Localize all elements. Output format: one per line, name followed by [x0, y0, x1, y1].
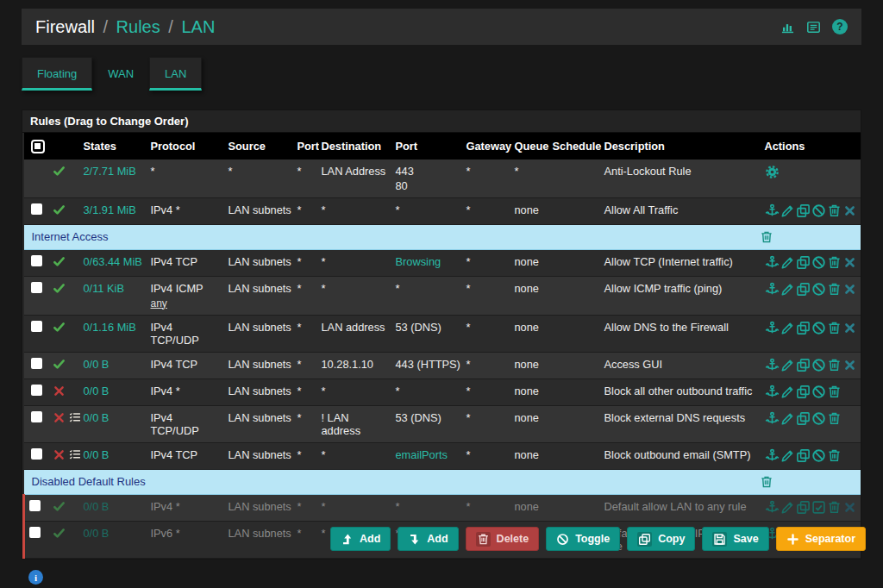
delete-icon[interactable] — [827, 321, 842, 335]
anchor-icon[interactable] — [765, 358, 780, 372]
disable-icon[interactable] — [811, 411, 826, 426]
edit-icon[interactable] — [780, 255, 795, 270]
table-row[interactable]: 2/7.71 MiB***LAN Address44380**Anti-Lock… — [24, 160, 861, 198]
tab-wan[interactable]: WAN — [103, 58, 139, 91]
remove-icon[interactable] — [842, 282, 857, 297]
remove-icon[interactable] — [842, 203, 857, 218]
anchor-icon[interactable] — [765, 255, 780, 270]
row-checkbox[interactable] — [31, 203, 42, 215]
disable-icon[interactable] — [811, 358, 826, 372]
copy-button[interactable]: Copy — [627, 527, 695, 551]
states-link[interactable]: 0/63.44 MiB — [84, 255, 142, 268]
table-row[interactable]: 0/0 BIPv4 *LAN subnets****noneDefault al… — [24, 494, 861, 521]
anchor-icon[interactable] — [765, 411, 780, 426]
edit-icon[interactable] — [780, 448, 795, 463]
disable-icon[interactable] — [811, 385, 826, 399]
copy-icon[interactable] — [796, 282, 811, 297]
delete-button[interactable]: Delete — [466, 527, 540, 551]
delete-icon[interactable] — [827, 411, 842, 426]
edit-icon[interactable] — [780, 321, 795, 335]
states-link[interactable]: 0/0 B — [84, 358, 110, 371]
table-row[interactable]: 0/0 BIPv4 *LAN subnets****noneBlock all … — [24, 378, 861, 405]
anchor-icon[interactable] — [765, 500, 780, 515]
delete-icon[interactable] — [827, 500, 842, 515]
delete-icon[interactable] — [827, 203, 842, 218]
separator-delete-icon[interactable] — [760, 230, 773, 244]
anchor-icon[interactable] — [765, 385, 780, 399]
row-checkbox[interactable] — [31, 321, 42, 332]
states-link[interactable]: 0/0 B — [84, 385, 110, 397]
anchor-icon[interactable] — [765, 321, 780, 335]
separator-delete-icon[interactable] — [760, 475, 773, 489]
add-top-button[interactable]: Add — [330, 527, 391, 551]
tab-lan[interactable]: LAN — [149, 57, 202, 91]
table-row[interactable]: 0/0 BIPv4 TCPLAN subnets*10.28.1.10443 (… — [24, 352, 861, 378]
edit-icon[interactable] — [780, 385, 795, 399]
anti-lockout-settings-gear-icon[interactable] — [765, 165, 780, 179]
states-link[interactable]: 2/7.71 MiB — [84, 165, 136, 178]
anchor-icon[interactable] — [765, 203, 780, 218]
disable-icon[interactable] — [811, 321, 826, 335]
protocol-sub-link[interactable]: any — [151, 297, 223, 310]
disable-icon[interactable] — [811, 282, 826, 297]
enable-icon[interactable] — [811, 500, 826, 515]
row-checkbox[interactable] — [31, 358, 42, 369]
disable-icon[interactable] — [811, 448, 826, 463]
separator-button[interactable]: Separator — [776, 527, 866, 551]
save-button[interactable]: Save — [702, 527, 768, 551]
states-link[interactable]: 0/0 B — [84, 411, 110, 424]
table-row[interactable]: 0/0 BIPv4 TCPLAN subnets**emailPorts*non… — [24, 442, 861, 469]
row-checkbox[interactable] — [29, 500, 41, 511]
states-link[interactable]: 0/1.16 MiB — [84, 321, 136, 334]
delete-icon[interactable] — [827, 282, 842, 297]
chart-icon[interactable] — [780, 20, 795, 34]
row-checkbox[interactable] — [31, 255, 42, 266]
states-link[interactable]: 0/0 B — [84, 448, 110, 461]
states-link[interactable]: 0/0 B — [84, 527, 110, 540]
table-row[interactable]: 3/1.91 MiBIPv4 *LAN subnets****noneAllow… — [24, 197, 861, 224]
table-row[interactable]: 0/11 KiBIPv4 ICMPanyLAN subnets****noneA… — [24, 276, 861, 315]
copy-icon[interactable] — [796, 203, 811, 218]
table-row[interactable]: 0/63.44 MiBIPv4 TCPLAN subnets**Browsing… — [24, 249, 861, 276]
edit-icon[interactable] — [780, 358, 795, 372]
row-checkbox[interactable] — [31, 385, 42, 396]
anchor-icon[interactable] — [765, 448, 780, 463]
remove-icon[interactable] — [842, 358, 857, 372]
log-icon[interactable] — [806, 20, 821, 34]
copy-icon[interactable] — [796, 500, 811, 515]
table-row[interactable]: 0/0 BIPv4 TCP/UDPLAN subnets*! LAN addre… — [24, 405, 861, 442]
states-link[interactable]: 0/11 KiB — [84, 282, 124, 295]
disable-icon[interactable] — [811, 203, 826, 218]
row-checkbox[interactable] — [31, 282, 42, 293]
states-link[interactable]: 0/0 B — [84, 500, 110, 513]
row-checkbox[interactable] — [31, 411, 42, 422]
add-bottom-button[interactable]: Add — [398, 527, 458, 551]
copy-icon[interactable] — [796, 411, 811, 426]
breadcrumb-lan[interactable]: LAN — [181, 17, 215, 36]
delete-icon[interactable] — [827, 358, 842, 372]
copy-icon[interactable] — [796, 385, 811, 399]
table-row[interactable]: 0/1.16 MiBIPv4 TCP/UDPLAN subnets*LAN ad… — [24, 315, 861, 352]
breadcrumb-rules[interactable]: Rules — [116, 17, 160, 36]
port-alias-link[interactable]: Browsing — [396, 255, 461, 268]
select-all-checkbox[interactable] — [31, 140, 45, 153]
states-link[interactable]: 3/1.91 MiB — [84, 203, 136, 216]
copy-icon[interactable] — [796, 358, 811, 372]
copy-icon[interactable] — [796, 448, 811, 463]
help-icon[interactable]: ? — [832, 19, 848, 34]
delete-icon[interactable] — [827, 255, 842, 270]
copy-icon[interactable] — [796, 255, 811, 270]
disable-icon[interactable] — [811, 255, 826, 270]
delete-icon[interactable] — [827, 448, 842, 463]
toggle-button[interactable]: Toggle — [546, 527, 620, 551]
remove-icon[interactable] — [842, 321, 857, 335]
edit-icon[interactable] — [780, 500, 795, 515]
edit-icon[interactable] — [780, 282, 795, 297]
delete-icon[interactable] — [827, 385, 842, 399]
edit-icon[interactable] — [780, 203, 795, 218]
copy-icon[interactable] — [796, 321, 811, 335]
row-checkbox[interactable] — [31, 448, 42, 460]
remove-icon[interactable] — [842, 500, 857, 515]
remove-icon[interactable] — [842, 255, 857, 270]
info-icon[interactable]: i — [28, 570, 43, 585]
